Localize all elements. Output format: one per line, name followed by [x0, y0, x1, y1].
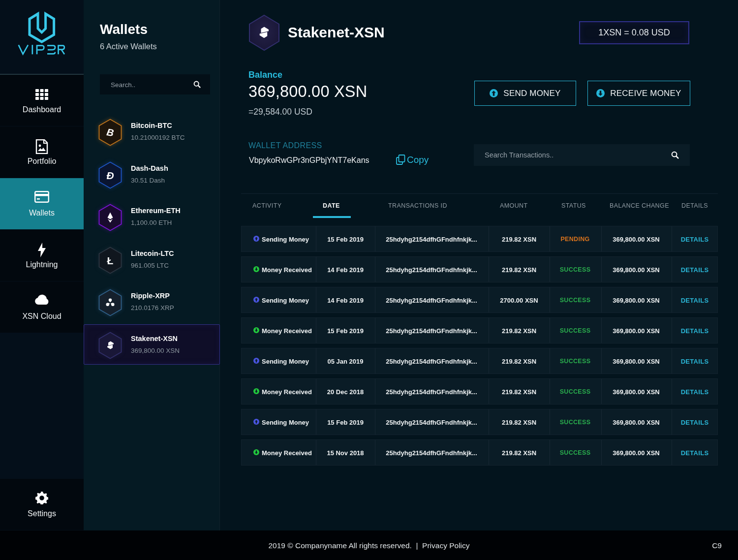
svg-text:Đ: Đ [106, 169, 114, 181]
svg-text:Ł: Ł [107, 254, 114, 266]
